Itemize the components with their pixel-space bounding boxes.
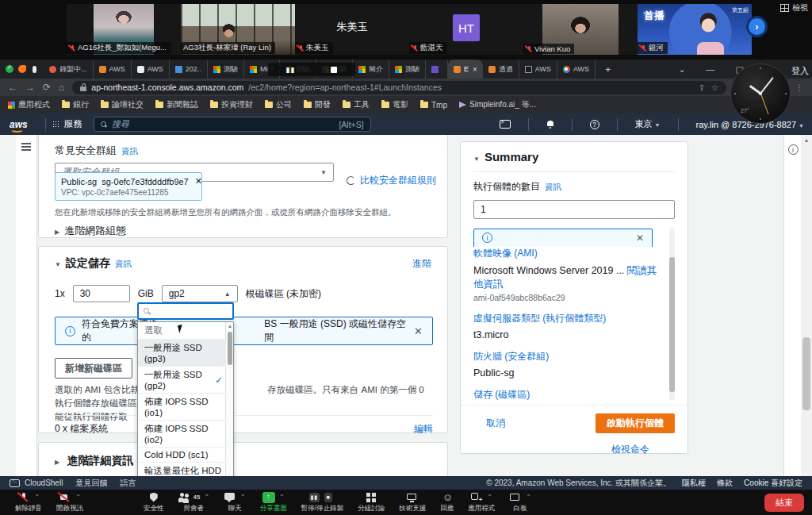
bookmark-item[interactable]: 應用程式 <box>8 99 50 110</box>
end-meeting-button[interactable]: 結束 <box>764 494 804 512</box>
browser-tab[interactable] <box>426 60 448 79</box>
volume-type-option[interactable]: 佈建 IOPS SSD (io1) ✓ <box>138 394 226 421</box>
chevron-up-icon[interactable]: ⌃ <box>240 494 246 501</box>
instance-count-input[interactable]: 1 <box>473 200 675 219</box>
summary-field-link[interactable]: 儲存 (磁碟區) <box>473 388 664 400</box>
participant-tile[interactable]: AG16社長_鄭如如(Megu... <box>67 4 181 55</box>
terms-link[interactable]: 條款 <box>717 478 733 489</box>
info-panel-icon[interactable]: i <box>788 144 799 155</box>
chevron-up-icon[interactable]: ⌃ <box>204 494 209 501</box>
advanced-network-toggle[interactable]: ▶進階網路組態 <box>55 224 126 238</box>
new-tab-button[interactable]: + <box>599 63 618 75</box>
meeting-toolbar-button[interactable]: ⌃ 解除靜音 <box>8 491 49 513</box>
add-volume-button[interactable]: 新增新磁碟區 <box>55 358 132 379</box>
browser-tab[interactable]: 測驗 <box>208 60 244 79</box>
launch-instance-button[interactable]: 啟動執行個體 <box>596 413 675 433</box>
cloudshell-icon[interactable] <box>500 120 511 129</box>
tab-search-icon[interactable]: ⌄ <box>678 64 685 75</box>
browser-tab[interactable]: E × <box>448 60 483 79</box>
volume-type-option[interactable]: 一般用途 SSD (gp3) ✓ <box>138 340 226 367</box>
bookmark-item[interactable]: 新聞雜誌 <box>155 99 198 110</box>
dropdown-search-input[interactable] <box>137 302 234 320</box>
bookmark-item[interactable]: Simpleinfo.ai_ 等... <box>459 99 536 110</box>
browser-signin-button[interactable]: 登入 <box>791 65 809 77</box>
chevron-up-icon[interactable]: ⌃ <box>279 494 285 501</box>
chevron-up-icon[interactable]: ⌃ <box>487 494 492 501</box>
info-link[interactable]: 資訊 <box>545 182 561 191</box>
mic-favicon-icon[interactable] <box>33 66 36 73</box>
browser-tab[interactable]: 透過 <box>483 60 519 79</box>
volume-size-input[interactable]: 30 <box>73 285 130 302</box>
address-bar[interactable]: ap-northeast-1.console.aws.amazon.com /e… <box>72 81 726 94</box>
browser-tab[interactable]: 簡介 <box>353 60 389 79</box>
services-menu[interactable]: 服務 <box>52 118 82 130</box>
check-favicon-icon[interactable] <box>6 65 13 73</box>
bookmark-item[interactable]: 論壇社交 <box>101 99 144 110</box>
dismiss-banner-icon[interactable]: ✕ <box>414 325 423 337</box>
scroll-up-icon[interactable]: ▲ <box>228 324 232 329</box>
tab-close-icon[interactable]: × <box>473 65 477 74</box>
stop-recording-icon[interactable] <box>331 67 337 73</box>
browser-tab[interactable]: AWS <box>94 60 132 79</box>
browser-menu-icon[interactable]: ⋮ <box>795 83 804 92</box>
participant-tile[interactable]: 首播 第五組 銀河 <box>638 4 752 55</box>
volume-type-option[interactable]: 一般用途 SSD (gp2) ✓ <box>138 367 226 394</box>
participant-tile[interactable]: Vivian Kuo <box>523 4 638 55</box>
summary-field-link[interactable]: 軟體映像 (AMI) <box>473 247 664 260</box>
help-icon[interactable]: ? <box>590 120 599 129</box>
meeting-toolbar-button[interactable]: ⌃ 應用程式 <box>461 491 502 513</box>
page-scrollbar[interactable]: ▲ <box>801 135 812 476</box>
compare-sg-rules[interactable]: 比較安全群組規則 <box>347 174 436 187</box>
summary-field-link[interactable]: 虛擬伺服器類型 (執行個體類型) <box>473 312 664 325</box>
volume-type-option[interactable]: 佈建 IOPS SSD (io2) ✓ <box>138 421 226 448</box>
bookmark-star-icon[interactable]: ☆ <box>711 83 718 92</box>
bookmark-item[interactable]: 電影 <box>381 99 408 110</box>
collapse-icon[interactable]: ▼ <box>55 261 61 268</box>
privacy-link[interactable]: 隱私權 <box>682 478 706 489</box>
storage-advanced-link[interactable]: 進階 <box>412 257 431 271</box>
bookmark-item[interactable]: 工具 <box>343 99 370 110</box>
meeting-toolbar-button[interactable]: ⌃ 開啟視訊 <box>49 491 90 513</box>
meeting-toolbar-button[interactable]: ⌃ 白板 <box>502 491 538 513</box>
bookmark-item[interactable]: 投資理財 <box>210 99 253 110</box>
refresh-icon[interactable] <box>347 176 355 185</box>
region-selector[interactable]: 東京▼ <box>635 118 661 130</box>
remove-chip-icon[interactable]: ✕ <box>195 176 202 186</box>
console-search-input[interactable]: 搜尋 [Alt+S] <box>94 117 371 132</box>
aws-logo[interactable]: aws <box>10 119 28 130</box>
volume-type-option[interactable]: 輸送量最佳化 HDD (st1) ✓ <box>138 463 226 476</box>
meeting-toolbar-button[interactable]: 45 ⌃ 與會者 <box>171 491 217 513</box>
expand-icon[interactable]: ▶ <box>55 459 59 466</box>
notifications-bell-icon[interactable] <box>546 121 554 129</box>
language-link[interactable]: 語言 <box>120 478 136 489</box>
summary-field-link[interactable]: 防火牆 (安全群組) <box>473 350 664 363</box>
summary-scrollbar[interactable] <box>669 229 675 400</box>
chevron-up-icon[interactable]: ⌃ <box>34 494 40 501</box>
desktop-clock-widget[interactable]: 27° <box>730 63 791 124</box>
bookmark-item[interactable]: Tmp <box>420 101 447 110</box>
forward-icon[interactable]: → <box>25 82 35 93</box>
browser-tab[interactable]: 202.. <box>170 60 208 79</box>
bookmark-item[interactable]: 開發 <box>304 99 331 110</box>
meeting-toolbar-button[interactable]: 安全性 <box>136 491 171 513</box>
home-icon[interactable]: ⌂ <box>59 82 64 93</box>
feedback-link[interactable]: 意見回饋 <box>75 478 107 489</box>
info-link[interactable]: 資訊 <box>121 146 138 156</box>
reload-icon[interactable]: ⟳ <box>43 82 51 93</box>
meeting-toolbar-button[interactable]: ⌃ 分享畫面 <box>253 491 294 513</box>
browser-tab[interactable]: 錄製中... <box>44 60 94 79</box>
cloudshell-button[interactable]: CloudShell <box>10 478 63 487</box>
edit-file-systems-link[interactable]: 編輯 <box>414 422 433 436</box>
meeting-toolbar-button[interactable]: 回應 <box>433 491 461 513</box>
bookmark-item[interactable]: 銀行 <box>62 99 89 110</box>
cookie-preferences-link[interactable]: Cookie 喜好設定 <box>744 478 802 489</box>
scroll-up-icon[interactable]: ▲ <box>801 135 812 143</box>
view-mode-button[interactable]: 檢視 <box>780 2 808 13</box>
browser-tab[interactable]: AWS <box>132 60 170 79</box>
participant-tile[interactable]: 朱美玉 朱美玉 <box>295 4 409 55</box>
dropdown-scrollbar[interactable]: ▲ ▼ <box>225 322 233 476</box>
minimize-button[interactable]: — <box>707 64 715 74</box>
volume-type-option[interactable]: Cold HDD (sc1) ✓ <box>138 448 226 463</box>
preview-code-link[interactable]: 檢視命令 <box>611 444 649 455</box>
collapse-icon[interactable]: ▼ <box>473 156 480 163</box>
